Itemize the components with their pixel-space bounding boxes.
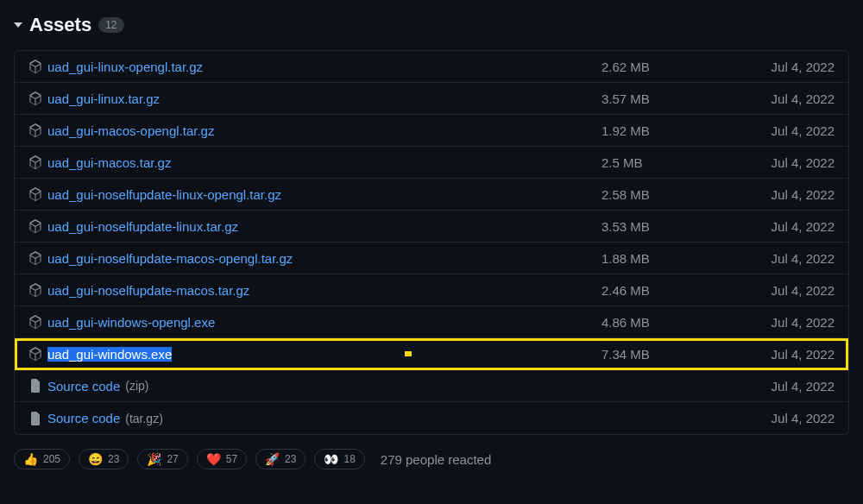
reaction-pill[interactable]: 👍205 xyxy=(14,449,70,469)
asset-row: uad_gui-linux-opengl.tar.gz2.62 MBJul 4,… xyxy=(15,51,848,83)
asset-date: Jul 4, 2022 xyxy=(757,379,835,394)
asset-size: 2.5 MB xyxy=(602,155,757,170)
asset-date: Jul 4, 2022 xyxy=(757,91,835,106)
asset-name-cell: uad_gui-noselfupdate-macos-opengl.tar.gz xyxy=(28,251,602,266)
package-icon xyxy=(28,155,42,169)
asset-name-cell: uad_gui-noselfupdate-linux-opengl.tar.gz xyxy=(28,187,602,202)
asset-row: uad_gui-windows.exe7.34 MBJul 4, 2022 xyxy=(15,338,848,370)
reaction-emoji-icon: 👀 xyxy=(324,452,338,466)
reaction-count: 23 xyxy=(285,453,296,465)
asset-name-cell: uad_gui-windows.exe xyxy=(28,347,602,362)
asset-ext: (zip) xyxy=(125,379,148,393)
package-icon xyxy=(28,219,42,233)
caret-down-icon xyxy=(14,22,22,28)
asset-link[interactable]: uad_gui-linux-opengl.tar.gz xyxy=(47,60,203,74)
package-icon xyxy=(28,347,42,361)
asset-row: uad_gui-noselfupdate-linux.tar.gz3.53 MB… xyxy=(15,211,848,243)
asset-link[interactable]: uad_gui-macos-opengl.tar.gz xyxy=(47,123,214,138)
file-zip-icon xyxy=(28,379,42,393)
asset-link[interactable]: uad_gui-noselfupdate-macos.tar.gz xyxy=(47,283,249,298)
reaction-pill[interactable]: ❤️57 xyxy=(197,449,247,469)
package-icon xyxy=(28,251,42,265)
asset-size: 3.57 MB xyxy=(602,91,757,106)
reaction-emoji-icon: 😄 xyxy=(88,452,103,466)
asset-link[interactable]: Source code xyxy=(47,411,120,425)
package-icon xyxy=(28,315,42,329)
reaction-pill[interactable]: 🚀23 xyxy=(255,449,306,469)
asset-size: 1.88 MB xyxy=(602,251,757,266)
asset-date: Jul 4, 2022 xyxy=(757,411,835,425)
file-zip-icon xyxy=(28,412,42,425)
asset-size: 7.34 MB xyxy=(602,347,757,362)
reaction-emoji-icon: 👍 xyxy=(23,452,38,466)
asset-name-cell: Source code(zip) xyxy=(28,379,602,394)
asset-row: uad_gui-noselfupdate-macos-opengl.tar.gz… xyxy=(15,243,848,274)
package-icon xyxy=(28,91,42,105)
reaction-pill[interactable]: 🎉27 xyxy=(137,449,187,469)
package-icon xyxy=(28,283,42,297)
asset-name-cell: uad_gui-noselfupdate-linux.tar.gz xyxy=(28,219,602,234)
asset-date: Jul 4, 2022 xyxy=(757,123,835,138)
package-icon xyxy=(28,123,42,137)
asset-date: Jul 4, 2022 xyxy=(757,347,835,362)
asset-row: uad_gui-macos.tar.gz2.5 MBJul 4, 2022 xyxy=(15,147,848,179)
reactions-summary: 279 people reacted xyxy=(381,452,491,467)
asset-name-cell: uad_gui-linux-opengl.tar.gz xyxy=(28,60,602,74)
assets-header[interactable]: Assets 12 xyxy=(14,14,849,36)
asset-name-cell: uad_gui-noselfupdate-macos.tar.gz xyxy=(28,283,602,298)
asset-size: 2.46 MB xyxy=(602,283,757,298)
asset-link[interactable]: uad_gui-linux.tar.gz xyxy=(47,91,160,106)
asset-size: 2.62 MB xyxy=(602,60,757,74)
asset-size: 2.58 MB xyxy=(602,187,757,202)
asset-row: Source code(tar.gz)Jul 4, 2022 xyxy=(15,402,848,434)
reaction-emoji-icon: 🚀 xyxy=(265,452,280,466)
package-icon xyxy=(28,60,42,73)
asset-row: uad_gui-windows-opengl.exe4.86 MBJul 4, … xyxy=(15,306,848,338)
asset-name-cell: uad_gui-linux.tar.gz xyxy=(28,91,602,106)
reaction-count: 57 xyxy=(226,453,237,465)
asset-link[interactable]: uad_gui-macos.tar.gz xyxy=(47,155,171,170)
reaction-emoji-icon: 🎉 xyxy=(147,452,161,466)
asset-row: uad_gui-macos-opengl.tar.gz1.92 MBJul 4,… xyxy=(15,115,848,147)
asset-date: Jul 4, 2022 xyxy=(757,283,835,298)
asset-size: 1.92 MB xyxy=(602,123,757,138)
asset-date: Jul 4, 2022 xyxy=(757,187,835,202)
asset-name-cell: uad_gui-macos.tar.gz xyxy=(28,155,602,170)
asset-ext: (tar.gz) xyxy=(125,412,163,425)
asset-link[interactable]: uad_gui-noselfupdate-linux.tar.gz xyxy=(47,219,238,234)
assets-list: uad_gui-linux-opengl.tar.gz2.62 MBJul 4,… xyxy=(14,50,849,435)
reaction-count: 23 xyxy=(108,453,119,465)
asset-name-cell: uad_gui-macos-opengl.tar.gz xyxy=(28,123,602,138)
asset-size: 3.53 MB xyxy=(602,219,757,234)
asset-link[interactable]: uad_gui-noselfupdate-linux-opengl.tar.gz xyxy=(47,187,281,202)
asset-name-cell: uad_gui-windows-opengl.exe xyxy=(28,315,602,330)
asset-row: uad_gui-noselfupdate-macos.tar.gz2.46 MB… xyxy=(15,274,848,306)
asset-name-cell: Source code(tar.gz) xyxy=(28,411,602,425)
asset-size: 4.86 MB xyxy=(602,315,757,330)
reaction-count: 27 xyxy=(167,453,178,465)
reaction-pill[interactable]: 😄23 xyxy=(79,449,129,469)
asset-date: Jul 4, 2022 xyxy=(757,155,835,170)
reactions-bar: 👍205😄23🎉27❤️57🚀23👀18279 people reacted xyxy=(14,449,849,469)
reaction-emoji-icon: ❤️ xyxy=(206,452,221,466)
asset-link[interactable]: Source code xyxy=(47,379,120,394)
asset-date: Jul 4, 2022 xyxy=(757,219,835,234)
package-icon xyxy=(28,187,42,201)
asset-date: Jul 4, 2022 xyxy=(757,60,835,74)
reaction-pill[interactable]: 👀18 xyxy=(314,449,364,469)
asset-date: Jul 4, 2022 xyxy=(757,251,835,266)
reaction-count: 205 xyxy=(43,453,60,465)
asset-row: uad_gui-noselfupdate-linux-opengl.tar.gz… xyxy=(15,179,848,211)
asset-row: uad_gui-linux.tar.gz3.57 MBJul 4, 2022 xyxy=(15,83,848,115)
asset-row: Source code(zip)Jul 4, 2022 xyxy=(15,370,848,402)
cursor-marker xyxy=(405,351,412,356)
assets-count-badge: 12 xyxy=(98,17,123,33)
asset-link[interactable]: uad_gui-windows-opengl.exe xyxy=(47,315,215,330)
reaction-count: 18 xyxy=(343,453,355,465)
assets-title: Assets xyxy=(29,14,91,36)
asset-link[interactable]: uad_gui-noselfupdate-macos-opengl.tar.gz xyxy=(47,251,293,266)
asset-link[interactable]: uad_gui-windows.exe xyxy=(47,347,172,362)
asset-date: Jul 4, 2022 xyxy=(757,315,835,330)
